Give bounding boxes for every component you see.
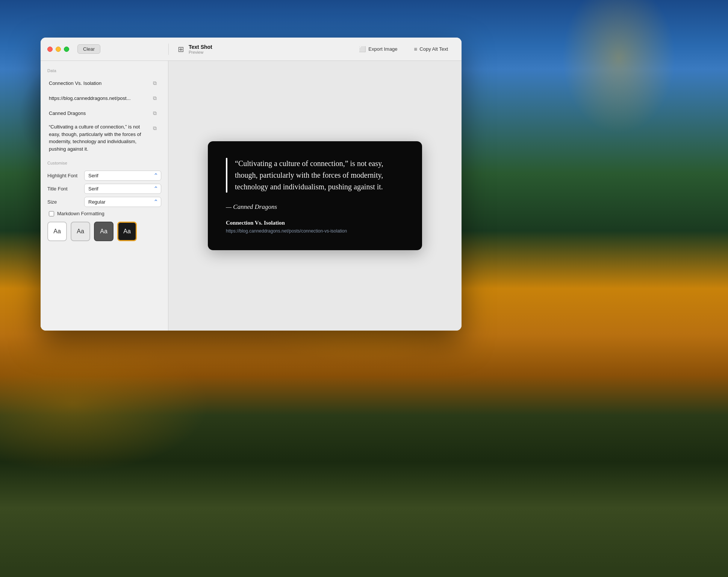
document-icon: ⊞	[178, 45, 184, 54]
highlight-font-select-wrapper: Serif ⌃	[84, 171, 161, 181]
data-section-label: Data	[47, 68, 161, 73]
copy-alt-icon: ≡	[414, 46, 418, 52]
quote-bar	[226, 158, 227, 193]
data-section: Data Connection Vs. Isolation ⧉ https://…	[47, 68, 161, 155]
copy-alt-label: Copy Alt Text	[419, 46, 448, 52]
quote-with-bar: “Cultivating a culture of connection,” i…	[226, 158, 404, 193]
quote-card: “Cultivating a culture of connection,” i…	[208, 141, 422, 250]
style-option-2[interactable]: Aa	[71, 222, 90, 241]
preview-quote-text: “Cultivating a culture of connection,” i…	[235, 158, 404, 193]
sidebar: Data Connection Vs. Isolation ⧉ https://…	[41, 61, 168, 331]
data-row-source: Canned Dragons ⧉	[47, 106, 161, 120]
highlight-font-label: Highlight Font	[47, 173, 81, 178]
markdown-row: Markdown Formatting	[47, 210, 161, 217]
size-label: Size	[47, 199, 81, 205]
title-font-select-wrapper: Serif ⌃	[84, 184, 161, 194]
markdown-label: Markdown Formatting	[57, 211, 104, 216]
header-text-group: Text Shot Preview	[189, 44, 212, 54]
window-title: Text Shot	[189, 44, 212, 50]
markdown-checkbox[interactable]	[49, 211, 54, 216]
data-url-text: https://blog.canneddragons.net/post...	[49, 95, 150, 101]
preview-article-title: Connection Vs. Isolation	[226, 220, 404, 226]
size-select-wrapper: Regular ⌃	[84, 197, 161, 207]
title-font-label: Title Font	[47, 186, 81, 192]
export-icon: ⬜	[359, 46, 366, 53]
sidebar-header-area: Clear	[41, 44, 168, 54]
preview-area: “Cultivating a culture of connection,” i…	[168, 61, 462, 331]
style-options: Aa Aa Aa Aa	[47, 220, 161, 243]
highlight-font-select[interactable]: Serif	[84, 171, 161, 181]
title-bar: Clear ⊞ Text Shot Preview ⬜ Export Image…	[41, 38, 462, 61]
main-header: ⊞ Text Shot Preview ⬜ Export Image ≡ Cop…	[168, 44, 462, 55]
clear-button[interactable]: Clear	[77, 44, 100, 54]
window-subtitle: Preview	[189, 50, 212, 54]
minimize-button[interactable]	[56, 47, 61, 52]
export-image-button[interactable]: ⬜ Export Image	[354, 44, 402, 55]
size-row: Size Regular ⌃	[47, 197, 161, 207]
data-row-title: Connection Vs. Isolation ⧉	[47, 76, 161, 90]
copy-alt-text-button[interactable]: ≡ Copy Alt Text	[410, 44, 453, 54]
preview-article-url: https://blog.canneddragons.net/posts/con…	[226, 228, 404, 234]
title-font-select[interactable]: Serif	[84, 184, 161, 194]
highlight-font-row: Highlight Font Serif ⌃	[47, 171, 161, 181]
header-title-area: ⊞ Text Shot Preview	[178, 44, 354, 54]
traffic-lights	[47, 47, 69, 52]
data-quote-text: “Cultivating a culture of connection,” i…	[49, 123, 150, 153]
copy-source-button[interactable]: ⧉	[150, 108, 160, 118]
preview-attribution: — Canned Dragons	[226, 203, 404, 211]
main-content: Data Connection Vs. Isolation ⧉ https://…	[41, 61, 462, 331]
copy-quote-button[interactable]: ⧉	[150, 123, 160, 133]
style-option-1[interactable]: Aa	[47, 222, 67, 241]
data-title-text: Connection Vs. Isolation	[49, 80, 150, 86]
style-3-label: Aa	[100, 228, 107, 235]
style-2-label: Aa	[77, 228, 84, 235]
customise-section: Customise Highlight Font Serif ⌃ Title F…	[47, 161, 161, 243]
size-select[interactable]: Regular	[84, 197, 161, 207]
copy-url-button[interactable]: ⧉	[150, 93, 160, 103]
copy-title-button[interactable]: ⧉	[150, 78, 160, 88]
customise-section-label: Customise	[47, 161, 161, 165]
close-button[interactable]	[47, 47, 53, 52]
header-actions: ⬜ Export Image ≡ Copy Alt Text	[354, 44, 453, 55]
style-1-label: Aa	[53, 228, 61, 235]
style-option-3[interactable]: Aa	[94, 222, 114, 241]
app-window: Clear ⊞ Text Shot Preview ⬜ Export Image…	[41, 38, 462, 331]
data-row-quote: “Cultivating a culture of connection,” i…	[47, 121, 161, 155]
style-4-label: Aa	[123, 228, 131, 235]
title-font-row: Title Font Serif ⌃	[47, 184, 161, 194]
maximize-button[interactable]	[64, 47, 69, 52]
export-label: Export Image	[368, 46, 397, 52]
data-source-text: Canned Dragons	[49, 110, 150, 116]
data-row-url: https://blog.canneddragons.net/post... ⧉	[47, 91, 161, 105]
style-option-4[interactable]: Aa	[117, 222, 137, 241]
